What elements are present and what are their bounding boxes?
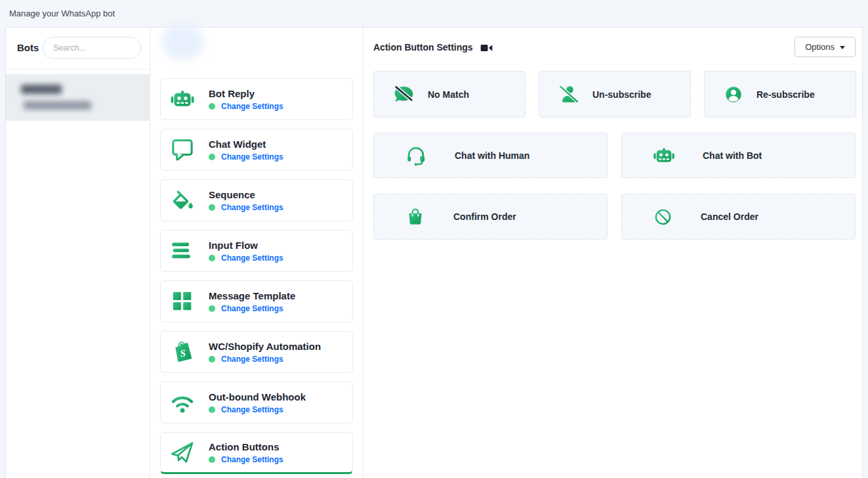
tool-card-title: Message Template [209,290,295,301]
action-button-resubscribe[interactable]: Re-subscribe [704,71,856,118]
tool-card-sequence[interactable]: Sequence Change Settings [160,179,353,221]
status-dot [209,305,215,312]
action-button-settings-panel: Action Button Settings Options No Match [363,28,863,478]
action-button-label: Cancel Order [701,211,758,222]
action-button-label: Chat with Human [455,150,529,161]
status-dot [209,204,215,211]
wifi-icon [169,389,196,416]
options-dropdown-button[interactable]: Options [795,37,856,57]
grid-icon [169,288,196,315]
change-settings-link[interactable]: Change Settings [221,203,283,212]
bot-name-redacted [21,85,62,94]
tool-card-outbound-webhook[interactable]: Out-bound Webhook Change Settings [160,381,353,424]
panel-title: Action Button Settings [373,42,473,53]
headset-icon [404,144,428,167]
action-button-label: Un-subscribe [592,89,651,100]
status-dot [209,356,215,362]
robot-icon [652,144,676,167]
main-panel: Bots Bot Reply Change Settings [5,27,863,478]
user-circle-icon [723,84,744,105]
change-settings-link[interactable]: Change Settings [221,455,283,464]
action-button-label: Confirm Order [453,211,516,222]
change-settings-link[interactable]: Change Settings [221,304,283,313]
bot-list-item-selected[interactable] [6,74,150,121]
ban-icon [653,207,673,227]
change-settings-link[interactable]: Change Settings [221,152,283,162]
sidebar-header: Bots [6,28,150,70]
action-button-no-match[interactable]: No Match [373,71,526,118]
bot-tools-column: Bot Reply Change Settings Chat Widget Ch… [150,28,363,478]
tool-card-title: Chat Widget [209,139,283,150]
bots-label: Bots [17,42,39,53]
video-tutorial-icon[interactable] [480,43,493,53]
action-button-confirm-order[interactable]: Confirm Order [373,194,608,240]
shopping-bag-icon [405,206,426,227]
chat-bubble-icon [169,137,196,163]
action-button-chat-with-bot[interactable]: Chat with Bot [621,133,856,178]
status-dot [209,154,215,160]
shopify-icon: S [169,339,196,365]
blurred-avatar [162,25,204,59]
action-button-chat-with-human[interactable]: Chat with Human [373,133,608,178]
bots-search-input[interactable] [43,37,141,59]
status-dot [209,406,215,413]
tool-card-title: Input Flow [209,240,283,251]
action-button-label: Re-subscribe [756,89,815,100]
user-slash-icon [558,83,580,106]
change-settings-link[interactable]: Change Settings [221,355,283,364]
paint-fill-icon [169,187,196,213]
robot-icon [169,86,196,112]
tool-card-chat-widget[interactable]: Chat Widget Change Settings [160,129,353,171]
action-button-label: No Match [428,89,469,100]
tool-card-message-template[interactable]: Message Template Change Settings [160,280,353,322]
change-settings-link[interactable]: Change Settings [221,102,283,111]
status-dot [209,103,215,110]
options-label: Options [805,42,835,52]
bars-icon [169,238,196,264]
action-button-cancel-order[interactable]: Cancel Order [621,194,856,240]
change-settings-link[interactable]: Change Settings [221,253,283,263]
status-dot [209,456,215,463]
tool-card-action-buttons[interactable]: Action Buttons Change Settings [160,432,353,474]
tool-card-input-flow[interactable]: Input Flow Change Settings [160,230,353,272]
page-header: Manage your WhatsApp bot [0,0,868,27]
comment-slash-icon [392,83,415,106]
tool-card-title: Action Buttons [209,441,283,452]
tool-card-bot-reply[interactable]: Bot Reply Change Settings [160,78,353,120]
tool-card-title: WC/Shopify Automation [209,341,321,352]
change-settings-link[interactable]: Change Settings [221,405,283,414]
bots-sidebar: Bots [6,28,150,478]
status-dot [209,255,215,261]
tool-card-title: Sequence [209,189,283,200]
action-button-unsubscribe[interactable]: Un-subscribe [539,71,691,118]
action-button-label: Chat with Bot [703,150,762,161]
tool-card-title: Out-bound Webhook [209,391,306,402]
chevron-down-icon [840,46,845,49]
tool-card-shopify-automation[interactable]: S WC/Shopify Automation Change Settings [160,331,353,373]
page-title: Manage your WhatsApp bot [9,9,115,18]
tool-card-title: Bot Reply [209,88,283,99]
bot-phone-redacted [24,101,91,110]
paper-plane-icon [169,439,196,466]
